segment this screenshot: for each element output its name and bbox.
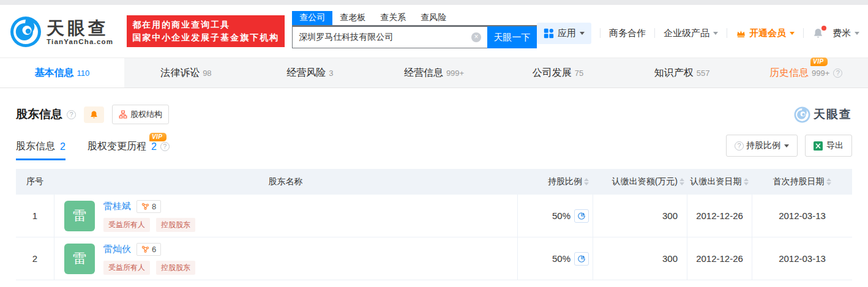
tag: 控股股东 bbox=[156, 218, 195, 232]
sort-icon[interactable] bbox=[744, 176, 749, 188]
column-header-name: 股东名称 bbox=[54, 176, 517, 187]
enterprise-products-menu[interactable]: 企业级产品 bbox=[664, 28, 718, 39]
search-tabs: 查公司 查老板 查关系 查风险 bbox=[292, 11, 537, 26]
company-tab[interactable]: 基本信息 110 bbox=[0, 58, 124, 88]
tab-label: 基本信息 bbox=[34, 67, 73, 80]
ratio-cell: 50% bbox=[517, 237, 593, 280]
divider bbox=[727, 28, 727, 38]
shareholder-tags: 受益所有人控股股东 bbox=[103, 261, 201, 275]
company-tabbar: 基本信息 110 法律诉讼 98 经营风险 3 经营信息 bbox=[0, 58, 868, 88]
column-header-ratio[interactable]: 持股比例 bbox=[517, 176, 593, 188]
column-header-subscribe-date[interactable]: 认缴出资日期 bbox=[687, 176, 752, 188]
help-icon bbox=[735, 141, 744, 151]
subscribe-bell-button[interactable] bbox=[84, 106, 104, 123]
ratio-cell: 50% bbox=[517, 195, 593, 237]
tab-count: 557 bbox=[697, 69, 710, 78]
open-vip-menu[interactable]: 开通会员 bbox=[736, 28, 795, 39]
help-icon[interactable] bbox=[160, 142, 170, 151]
subscribe-date-cell: 2012-12-26 bbox=[687, 195, 752, 237]
search-tab[interactable]: 查关系 bbox=[373, 11, 413, 25]
avatar[interactable]: 雷 bbox=[64, 244, 95, 274]
table-row: 1 雷 雷桂斌 bbox=[16, 195, 852, 237]
sort-icon[interactable] bbox=[679, 176, 684, 188]
notification-dot bbox=[821, 26, 826, 31]
ratio-filter-button[interactable]: 持股比例 bbox=[726, 135, 798, 157]
watermark-logo: 天眼查 bbox=[794, 106, 852, 123]
crown-icon bbox=[736, 28, 746, 39]
search-tab[interactable]: 查老板 bbox=[332, 11, 373, 25]
subtab[interactable]: 股东信息 2 bbox=[16, 140, 65, 160]
search-button[interactable]: 天眼一下 bbox=[487, 26, 537, 48]
company-tab[interactable]: 历史信息 VIP 999+ bbox=[744, 58, 868, 88]
company-tab[interactable]: 经营风险 3 bbox=[248, 58, 372, 88]
column-header-label: 认缴出资日期 bbox=[690, 176, 742, 187]
apps-menu[interactable]: 应用 bbox=[537, 23, 591, 44]
search-tab-label: 查老板 bbox=[340, 12, 365, 22]
shareholder-cell: 雷 雷灿伙 bbox=[54, 237, 517, 280]
column-header-label: 持股比例 bbox=[548, 176, 582, 187]
subtab-count: 2 bbox=[151, 141, 157, 152]
first-date-cell: 2012-03-13 bbox=[752, 195, 852, 237]
tag: 控股股东 bbox=[156, 261, 195, 275]
logo-subtitle: TianYanCha.com bbox=[47, 38, 113, 45]
relation-count: 6 bbox=[152, 245, 156, 254]
tab-label: 知识产权 bbox=[654, 67, 694, 80]
pie-chart-icon[interactable] bbox=[574, 209, 589, 223]
export-button[interactable]: 导出 bbox=[805, 135, 852, 157]
column-header-amount[interactable]: 认缴出资额(万元) bbox=[593, 176, 687, 188]
amount-cell: 300 bbox=[593, 195, 687, 237]
search-tab[interactable]: 查风险 bbox=[413, 11, 454, 25]
logo-title: 天眼查 bbox=[47, 19, 113, 37]
pie-chart-icon[interactable] bbox=[574, 252, 589, 266]
clear-icon[interactable] bbox=[471, 32, 481, 42]
relation-count-badge[interactable]: 6 bbox=[137, 243, 161, 256]
slogan-line2: 国家中小企业发展子基金旗下机构 bbox=[132, 31, 279, 44]
vip-badge: VIP bbox=[810, 58, 828, 66]
company-tab[interactable]: 法律诉讼 98 bbox=[124, 58, 249, 88]
relation-count: 8 bbox=[152, 202, 156, 211]
header-nav: 应用 商务合作 企业级产品 开通会员 bbox=[537, 23, 859, 44]
tianyancha-logo-icon bbox=[10, 16, 42, 48]
divider bbox=[803, 28, 804, 38]
site-logo[interactable]: 天眼查 TianYanCha.com bbox=[10, 16, 113, 48]
subtabs: 股东信息 2 股权变更历程 VIP 2 bbox=[16, 140, 192, 160]
vip-label: 开通会员 bbox=[749, 28, 786, 39]
amount-cell: 300 bbox=[593, 237, 687, 280]
help-icon[interactable] bbox=[833, 69, 842, 78]
company-tab[interactable]: 经营信息 999+ bbox=[372, 58, 496, 88]
help-icon[interactable] bbox=[67, 110, 76, 119]
equity-structure-button[interactable]: 股权结构 bbox=[112, 105, 169, 124]
notifications-bell[interactable] bbox=[812, 28, 824, 39]
avatar[interactable]: 雷 bbox=[64, 201, 95, 231]
search-tab[interactable]: 查公司 bbox=[292, 11, 332, 25]
chevron-down-icon bbox=[713, 32, 718, 37]
export-label: 导出 bbox=[826, 140, 844, 151]
search-tab-label: 查关系 bbox=[380, 12, 406, 22]
subtab[interactable]: 股权变更历程 VIP 2 bbox=[88, 140, 170, 160]
company-tab[interactable]: 公司发展 75 bbox=[496, 58, 620, 88]
network-icon bbox=[141, 203, 149, 211]
excel-icon bbox=[814, 141, 823, 151]
divider bbox=[600, 28, 600, 38]
company-tab[interactable]: 知识产权 557 bbox=[620, 58, 744, 88]
slogan-banner: 都在用的商业查询工具 国家中小企业发展子基金旗下机构 bbox=[127, 15, 285, 47]
sort-icon[interactable] bbox=[826, 176, 831, 188]
column-header-label: 首次持股日期 bbox=[773, 176, 825, 187]
column-header-first-date[interactable]: 首次持股日期 bbox=[752, 176, 852, 188]
app-grid-icon bbox=[544, 28, 554, 39]
table-body: 1 雷 雷桂斌 bbox=[16, 195, 852, 280]
column-header-index: 序号 bbox=[16, 176, 54, 187]
tag: 受益所有人 bbox=[103, 261, 150, 275]
chevron-down-icon bbox=[855, 32, 859, 37]
shareholder-name-link[interactable]: 雷灿伙 bbox=[103, 244, 131, 255]
cooperation-label: 商务合作 bbox=[609, 28, 646, 39]
shareholder-name-link[interactable]: 雷桂斌 bbox=[103, 201, 131, 212]
relation-count-badge[interactable]: 8 bbox=[137, 200, 161, 213]
search-input[interactable] bbox=[292, 26, 487, 48]
table-row: 2 雷 雷灿伙 bbox=[16, 237, 852, 280]
user-menu[interactable]: 费米 bbox=[832, 28, 859, 39]
sort-icon[interactable] bbox=[584, 176, 589, 188]
ratio-filter-label: 持股比例 bbox=[746, 140, 780, 151]
business-cooperation-link[interactable]: 商务合作 bbox=[609, 28, 646, 39]
shareholder-tags: 受益所有人控股股东 bbox=[103, 218, 201, 232]
